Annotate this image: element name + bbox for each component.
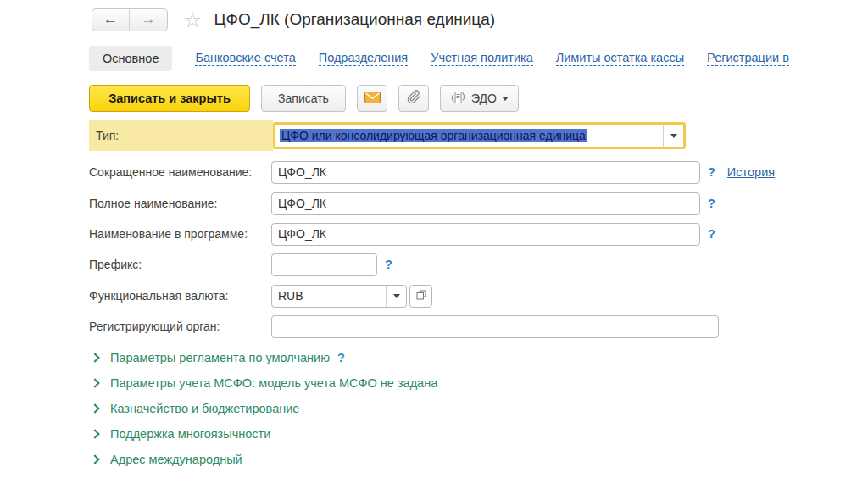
- history-link[interactable]: История: [727, 165, 775, 179]
- tab-bank-accounts[interactable]: Банковские счета: [195, 51, 295, 66]
- program-name-label: Наименование в программе:: [89, 227, 271, 241]
- registration-authority-label: Регистрирующий орган:: [89, 320, 271, 333]
- paperclip-icon: [407, 90, 421, 107]
- section-label: Параметры регламента по умолчанию: [110, 351, 330, 364]
- chevron-right-icon: [90, 454, 99, 464]
- tab-accounting-policy[interactable]: Учетная политика: [431, 51, 533, 66]
- registration-authority-input[interactable]: [271, 315, 719, 338]
- page-title: ЦФО_ЛК (Организационная единица): [214, 10, 495, 29]
- registration-authority-row: Регистрирующий орган:: [89, 314, 719, 338]
- envelope-icon: [364, 92, 381, 106]
- short-name-help-icon[interactable]: ?: [708, 165, 715, 179]
- toolbar: Записать и закрыть Записать: [89, 84, 519, 113]
- full-name-input[interactable]: [271, 192, 700, 215]
- chevron-right-icon: [90, 429, 99, 438]
- full-name-help-icon[interactable]: ?: [708, 197, 715, 210]
- section-international-address[interactable]: Адрес международный: [92, 449, 242, 470]
- currency-row: Функциональная валюта: RUB: [89, 284, 432, 308]
- section-label: Поддержка многоязычности: [110, 427, 270, 441]
- type-value: ЦФО или консолидирующая организационная …: [275, 129, 663, 142]
- currency-label: Функциональная валюта:: [89, 289, 271, 303]
- program-name-input[interactable]: [271, 223, 700, 246]
- save-button[interactable]: Записать: [261, 85, 346, 112]
- header: ← → ☆ ЦФО_ЛК (Организационная единица): [92, 7, 495, 32]
- section-help-icon[interactable]: ?: [337, 351, 345, 364]
- short-name-row: Сокращенное наименование: ? История: [89, 160, 775, 184]
- section-default-regulation-params[interactable]: Параметры регламента по умолчанию ?: [92, 347, 345, 368]
- chevron-right-icon: [90, 403, 99, 413]
- prefix-input[interactable]: [271, 253, 377, 276]
- edo-label: ЭДО: [471, 92, 497, 105]
- prefix-label: Префикс:: [89, 258, 271, 271]
- short-name-input[interactable]: [271, 161, 700, 184]
- currency-dropdown-button[interactable]: [386, 286, 406, 307]
- program-name-row: Наименование в программе: ?: [89, 222, 715, 246]
- section-treasury-budgeting[interactable]: Казначейство и бюджетирование: [92, 398, 299, 419]
- chevron-down-icon: [502, 97, 509, 101]
- attachments-button[interactable]: [398, 85, 429, 112]
- currency-value: RUB: [272, 289, 386, 303]
- full-name-label: Полное наименование:: [89, 197, 271, 210]
- forward-icon[interactable]: →: [130, 9, 167, 31]
- currency-open-button[interactable]: [409, 285, 432, 308]
- currency-combobox[interactable]: RUB: [271, 285, 407, 308]
- edo-document-exchange-icon: [450, 91, 466, 107]
- section-multilanguage-support[interactable]: Поддержка многоязычности: [92, 424, 270, 444]
- type-selected-text: ЦФО или консолидирующая организационная …: [280, 129, 587, 142]
- favorite-star-icon[interactable]: ☆: [183, 9, 202, 31]
- chevron-down-icon: [670, 134, 677, 138]
- prefix-row: Префикс: ?: [89, 253, 392, 276]
- short-name-label: Сокращенное наименование:: [89, 165, 271, 179]
- tab-bar: Основное Банковские счета Подразделения …: [89, 44, 789, 73]
- type-label: Тип:: [89, 120, 273, 151]
- section-ifrs-params[interactable]: Параметры учета МСФО: модель учета МСФО …: [92, 373, 437, 393]
- chevron-right-icon: [90, 378, 99, 387]
- program-name-help-icon[interactable]: ?: [708, 227, 715, 241]
- type-dropdown-button[interactable]: [663, 125, 683, 147]
- type-combobox[interactable]: ЦФО или консолидирующая организационная …: [273, 122, 686, 149]
- tab-main[interactable]: Основное: [89, 46, 172, 71]
- open-in-new-icon: [416, 288, 426, 303]
- tab-registrations[interactable]: Регистрации в: [707, 51, 789, 66]
- chevron-down-icon: [393, 294, 400, 298]
- nav-history-buttons: ← →: [92, 8, 168, 31]
- section-label: Адрес международный: [110, 453, 242, 466]
- section-label: Параметры учета МСФО: модель учета МСФО …: [110, 376, 437, 390]
- tab-subdivisions[interactable]: Подразделения: [319, 51, 408, 66]
- mail-button[interactable]: [357, 85, 387, 112]
- edo-menu-button[interactable]: ЭДО: [440, 85, 519, 112]
- full-name-row: Полное наименование: ?: [89, 192, 715, 215]
- section-label: Казначейство и бюджетирование: [110, 402, 299, 415]
- save-and-close-button[interactable]: Записать и закрыть: [89, 85, 250, 112]
- chevron-right-icon: [90, 353, 99, 362]
- type-row: Тип: ЦФО или консолидирующая организацио…: [89, 120, 686, 151]
- prefix-help-icon[interactable]: ?: [385, 258, 392, 271]
- organizational-unit-form: ← → ☆ ЦФО_ЛК (Организационная единица) О…: [0, 0, 868, 478]
- back-icon[interactable]: ←: [92, 9, 130, 31]
- tab-cash-limits[interactable]: Лимиты остатка кассы: [556, 51, 684, 66]
